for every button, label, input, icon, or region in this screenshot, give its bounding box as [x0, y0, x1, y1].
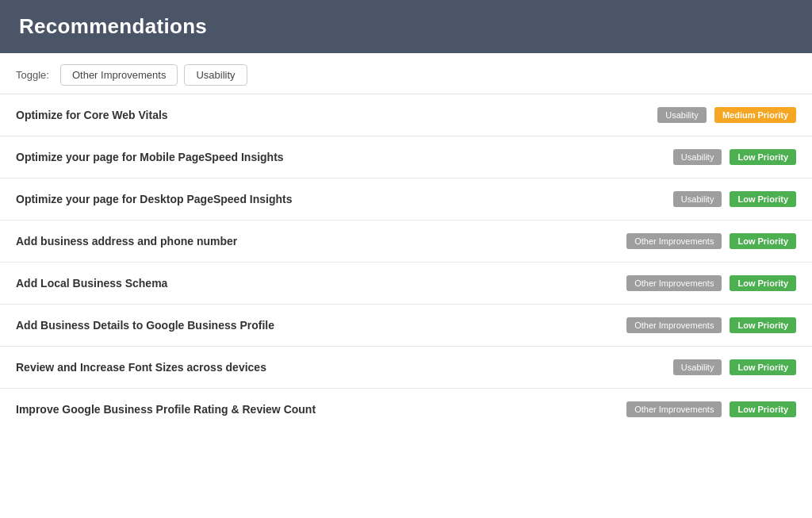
- priority-badge: Low Priority: [730, 275, 796, 291]
- rec-badges: Other ImprovementsLow Priority: [626, 233, 796, 249]
- toggle-label: Toggle:: [16, 69, 49, 81]
- page-title: Recommendations: [19, 14, 793, 39]
- rec-badges: Other ImprovementsLow Priority: [626, 275, 796, 291]
- priority-badge: Low Priority: [730, 233, 796, 249]
- toggle-other-improvements-button[interactable]: Other Improvements: [60, 64, 178, 86]
- rec-badges: Other ImprovementsLow Priority: [626, 401, 796, 417]
- table-row[interactable]: Add Local Business SchemaOther Improveme…: [0, 263, 812, 305]
- table-row[interactable]: Optimize for Core Web VitalsUsabilityMed…: [0, 94, 812, 136]
- page-header: Recommendations: [0, 0, 812, 53]
- priority-badge: Medium Priority: [714, 107, 796, 123]
- table-row[interactable]: Optimize your page for Desktop PageSpeed…: [0, 178, 812, 221]
- category-badge: Other Improvements: [626, 401, 722, 417]
- category-badge: Usability: [673, 149, 722, 165]
- rec-title: Add business address and phone number: [16, 235, 626, 247]
- recommendations-list: Optimize for Core Web VitalsUsabilityMed…: [0, 94, 812, 518]
- table-row[interactable]: Add business address and phone numberOth…: [0, 221, 812, 263]
- table-row[interactable]: Optimize your page for Mobile PageSpeed …: [0, 136, 812, 178]
- category-badge: Usability: [657, 107, 707, 123]
- category-badge: Other Improvements: [626, 317, 722, 333]
- toggle-usability-button[interactable]: Usability: [184, 64, 247, 86]
- table-row[interactable]: Review and Increase Font Sizes across de…: [0, 347, 812, 389]
- toggle-bar: Toggle: Other Improvements Usability: [0, 53, 812, 94]
- category-badge: Usability: [673, 191, 722, 207]
- category-badge: Other Improvements: [626, 275, 722, 291]
- rec-badges: UsabilityLow Priority: [673, 191, 796, 207]
- rec-title: Optimize for Core Web Vitals: [16, 109, 657, 121]
- rec-badges: UsabilityMedium Priority: [657, 107, 796, 123]
- rec-title: Add Local Business Schema: [16, 277, 626, 290]
- priority-badge: Low Priority: [730, 317, 796, 333]
- category-badge: Other Improvements: [626, 233, 722, 249]
- rec-badges: Other ImprovementsLow Priority: [626, 317, 796, 333]
- table-row[interactable]: Add Business Details to Google Business …: [0, 305, 812, 347]
- priority-badge: Low Priority: [730, 359, 796, 375]
- rec-title: Improve Google Business Profile Rating &…: [16, 403, 626, 416]
- category-badge: Usability: [673, 359, 722, 375]
- rec-title: Optimize your page for Mobile PageSpeed …: [16, 151, 673, 163]
- rec-title: Add Business Details to Google Business …: [16, 319, 626, 332]
- table-row[interactable]: Improve Google Business Profile Rating &…: [0, 389, 812, 430]
- rec-title: Optimize your page for Desktop PageSpeed…: [16, 193, 673, 205]
- page-wrapper: Recommendations Toggle: Other Improvemen…: [0, 0, 812, 518]
- priority-badge: Low Priority: [730, 149, 796, 165]
- priority-badge: Low Priority: [730, 401, 796, 417]
- rec-badges: UsabilityLow Priority: [673, 149, 796, 165]
- rec-title: Review and Increase Font Sizes across de…: [16, 361, 673, 374]
- rec-badges: UsabilityLow Priority: [673, 359, 796, 375]
- priority-badge: Low Priority: [730, 191, 796, 207]
